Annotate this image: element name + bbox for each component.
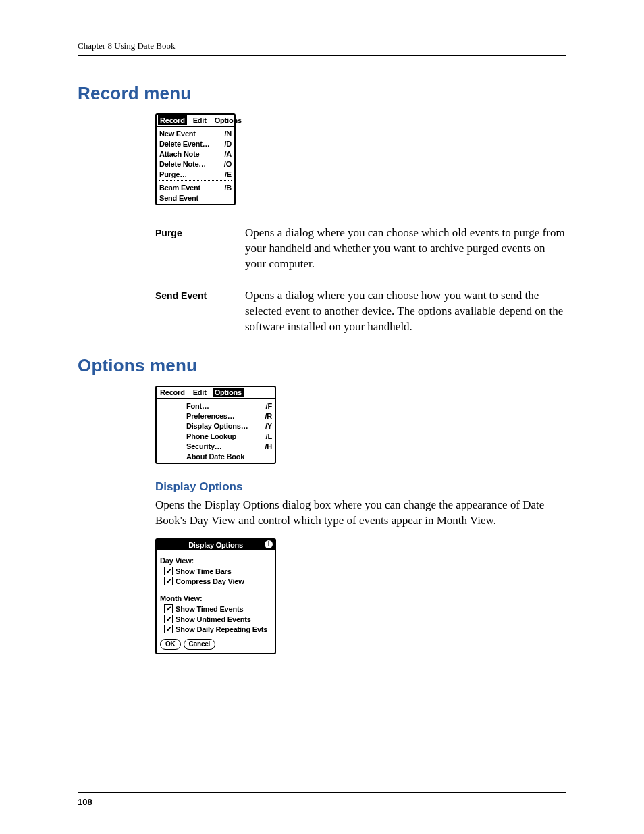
ok-button: OK — [160, 639, 181, 650]
menu-item: Delete Event…/D — [159, 138, 232, 149]
description-table: Purge Opens a dialog where you can choos… — [155, 226, 566, 335]
menu-item: Preferences…/R — [186, 411, 272, 421]
heading-record-menu: Record menu — [78, 83, 566, 104]
menu-tab-edit: Edit — [191, 388, 209, 397]
menu-tab-edit: Edit — [191, 115, 209, 125]
menu-item: About Date Book — [186, 451, 272, 461]
options-menu-screenshot: Record Edit Options Font…/F Preferences…… — [155, 386, 276, 464]
heading-options-menu: Options menu — [78, 355, 566, 376]
checkbox-row: ✔Show Timed Events — [164, 604, 271, 614]
checkbox-icon: ✔ — [164, 567, 173, 575]
menu-item: Purge…/E — [159, 169, 232, 179]
checkbox-row: ✔Show Daily Repeating Evts — [164, 625, 271, 634]
dialog-title: Display Options — [188, 540, 243, 550]
term-purge: Purge — [155, 226, 240, 272]
menu-item: Phone Lookup/L — [186, 431, 272, 441]
checkbox-row: ✔Show Untimed Events — [164, 615, 271, 624]
menu-item: Security…/H — [186, 441, 272, 451]
menu-tab-options: Options — [213, 388, 244, 397]
menu-tab-record: Record — [158, 388, 187, 397]
chapter-header: Chapter 8 Using Date Book — [78, 41, 566, 56]
menu-item: Display Options…/Y — [186, 421, 272, 431]
menu-item: Beam Event/B — [159, 182, 232, 192]
menu-item: Attach Note/A — [159, 149, 232, 159]
menu-separator — [159, 180, 232, 181]
menu-tab-options: Options — [213, 115, 244, 125]
display-options-dialog: Display Options i Day View: ✔Show Time B… — [155, 538, 276, 654]
display-options-text: Opens the Display Options dialog box whe… — [155, 498, 566, 529]
checkbox-row: ✔Compress Day View — [164, 577, 271, 586]
heading-display-options: Display Options — [155, 480, 566, 494]
menu-bar: Record Edit Options — [157, 115, 234, 127]
checkbox-icon: ✔ — [164, 577, 173, 585]
page-footer: 108 — [78, 792, 566, 807]
section-header-day-view: Day View: — [160, 556, 271, 565]
dialog-separator — [160, 590, 271, 590]
checkbox-icon: ✔ — [164, 625, 173, 633]
info-icon: i — [265, 540, 273, 548]
menu-item: New Event/N — [159, 128, 232, 138]
section-header-month-view: Month View: — [160, 594, 271, 603]
checkbox-icon: ✔ — [164, 615, 173, 623]
page-number: 108 — [78, 797, 92, 807]
def-send-event: Opens a dialog where you can choose how … — [245, 288, 566, 335]
def-purge: Opens a dialog where you can choose whic… — [245, 226, 566, 272]
menu-tab-record: Record — [158, 115, 187, 125]
menu-item: Send Event — [159, 192, 232, 203]
dialog-title-bar: Display Options i — [157, 540, 275, 550]
checkbox-row: ✔Show Time Bars — [164, 567, 271, 576]
record-menu-screenshot: Record Edit Options New Event/N Delete E… — [155, 113, 236, 205]
cancel-button: Cancel — [184, 639, 216, 650]
menu-bar: Record Edit Options — [157, 387, 275, 399]
checkbox-icon: ✔ — [164, 604, 173, 613]
menu-item: Font…/F — [186, 400, 272, 411]
menu-item: Delete Note…/O — [159, 159, 232, 169]
term-send-event: Send Event — [155, 288, 240, 335]
